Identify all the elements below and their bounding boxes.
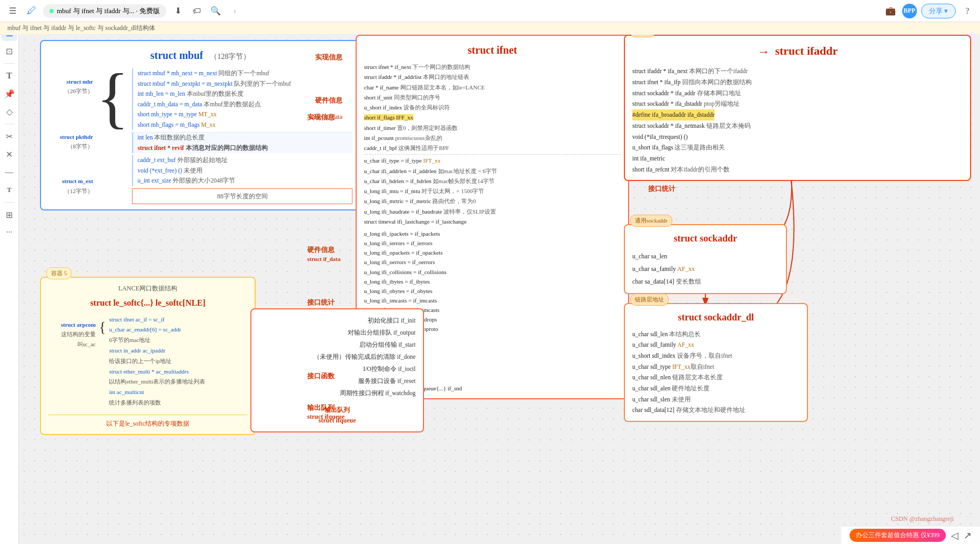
ifnet-f12: u_long ifi_mtu = if_mtu 对于以太网，= 1500字节: [364, 186, 621, 196]
sdl-f0: u_char sdl_len 本结构总长: [632, 329, 800, 340]
sidebar-item-line[interactable]: —: [2, 164, 17, 180]
sidebar-item-grid[interactable]: ⊞: [2, 207, 17, 223]
ifaddr-title-area: → struct ifaddr: [632, 41, 963, 63]
sockaddr-dl-title: struct sockaddr_dl: [632, 309, 800, 326]
mbuf-subtitle: （128字节）: [210, 53, 250, 61]
mbuf-struct-labels: struct mhr （20字节） struct pkthdr （8字节） st…: [48, 68, 93, 204]
nav-back-icon[interactable]: ◁: [951, 530, 958, 541]
mext-label-area: struct m_ext （12字节）: [48, 176, 93, 196]
topbar-left: ☰ 🖊 mbuf 与 ifnet 与 ifaddr 与... · 免费版 ⬇ 🏷…: [5, 4, 242, 18]
ifnet-f0: struct ifnet * if_next 下一个网口的数据结构: [364, 62, 621, 72]
lesoftc-f4: int ac_multicnt统计多播列表的项数: [109, 387, 247, 408]
document-tab[interactable]: mbuf 与 ifnet 与 ifaddr 与... · 免费版: [43, 4, 166, 18]
ifaddr-box: 容器 2 → struct ifaddr struct ifaddr * ifa…: [624, 35, 971, 181]
ifnet-s4: u_long ifi_collisions = if_collisions: [364, 267, 621, 277]
tag-jiekou-tong: 接口统计: [648, 183, 675, 195]
mbuf-content: struct mhr （20字节） struct pkthdr （8字节） st…: [48, 68, 352, 204]
avatar[interactable]: BPP: [902, 4, 917, 18]
lesoftc-f3: struct ether_multi * ac_multiaddrs以结构eth…: [109, 367, 247, 388]
promo-button[interactable]: 办公三件套超值合特惠 仅¥399: [850, 529, 946, 542]
ifaddr-f8: int ifa_metric: [632, 153, 963, 164]
ifnet-f10: u_char ifi_addrlen = if_addrlen 如mac地址长度…: [364, 166, 621, 176]
ifnet-s6: u_long ifi_obytes = if_obytes: [364, 286, 621, 296]
sdl-f6: u_char sdl_slen 未使用: [632, 394, 800, 405]
ifnet-f6: short if_timer 置0，则禁用定时器函数: [364, 123, 621, 133]
ifnet-f4: u_short if_index 设备的全局标识符: [364, 103, 621, 113]
sidebar-item-x[interactable]: ✕: [2, 146, 17, 162]
mext-field-1: void (*ext_free) () 未使用: [137, 166, 352, 176]
mext-label: struct m_ext: [48, 176, 93, 186]
ifaddr-f7: u_short ifa_flags 这三项是路由相关: [632, 142, 963, 153]
ifnet-f7: int if_pcount promiscuous杂乱的: [364, 133, 621, 143]
label-jiekou-tong: 接口统计: [307, 298, 335, 307]
lesoftc-box: 容器 5 LANCE网口数据结构 struct le_softc{...} le…: [40, 277, 256, 435]
sdl-f4: u_char sdl_nlen 链路层文本名长度: [632, 372, 800, 383]
sidebar-item-notes[interactable]: 📌: [2, 86, 17, 102]
sockaddr-box: 通用sockaddr struct sockaddr u_char sa_len…: [624, 224, 787, 294]
topbar: ☰ 🖊 mbuf 与 ifnet 与 ifaddr 与... · 免费版 ⬇ 🏷…: [0, 0, 980, 22]
ifaddr-container-tag: 容器 2: [630, 35, 655, 38]
sidebar-item-more[interactable]: ···: [2, 225, 17, 240]
iq-f0: 初始化接口 if_init: [259, 315, 416, 327]
ifnet-f8: caddr_t if_bpf 这俩属性适用于BPF: [364, 143, 621, 153]
breadcrumb: mbuf 与 ifnet 与 ifaddr 与 le_softc 与 socka…: [0, 22, 980, 35]
ifnet-f11: u_char ifi_hdrlen = if_hdrlen 如mac帧头部长度1…: [364, 176, 621, 186]
ifnet-s3: u_long ifi_oerrors = if_oerrors: [364, 257, 621, 267]
sidebar-item-textbox[interactable]: T: [2, 182, 17, 198]
sockaddr-container-tag: 通用sockaddr: [630, 215, 672, 228]
sdl-f3: u_char sdl_type IFT_xx取自ifnet: [632, 361, 800, 372]
pkthdr-field-0: int len 本组数据的总长度: [137, 133, 352, 143]
nav-forward-icon[interactable]: ↗: [964, 530, 972, 541]
ifaddr-f2: struct sockaddr * ifa_addr 存储本网口地址: [632, 88, 963, 99]
sidebar: ☰ ⊡ T 📌 ◇ ✂ ✕ — T ⊞ ···: [0, 22, 19, 544]
bookmark-icon[interactable]: 🏷: [189, 4, 204, 18]
sdl-f5: u_char sdl_alen 硬件地址长度: [632, 383, 800, 394]
mext-field-2: u_int ext_size 外部簇的大小2048字节: [137, 176, 352, 186]
ifqueue-funcs: 初始化接口 if_init 对输出分组排队 if_output 启动分组传输 i…: [259, 315, 416, 399]
ifnet-right-tags: 接口统计: [648, 183, 675, 195]
sidebar-item-shapes[interactable]: ◇: [2, 104, 17, 119]
label-shixian: 实现信息: [307, 113, 335, 122]
sockaddr-dl-container-tag: 链路层地址: [630, 294, 669, 307]
iq-f1: 对输出分组排队 if_output: [259, 327, 416, 339]
ifaddr-f1: struct ifnet * ifa_ifp 回指向本网口的数据结构: [632, 77, 963, 88]
sidebar-item-scissors[interactable]: ✂: [2, 128, 17, 144]
ifnet-f2: char * if_name 网口链路层文本名，如le=LANCE: [364, 83, 621, 93]
pkthdr-field-1: struct ifnet * revif 本消息对应的网口的数据结构: [137, 143, 352, 154]
pkthdr-sub: （8字节）: [48, 142, 93, 152]
ifnet-s1: u_long ifi_ierrors = if_ierrors: [364, 238, 621, 248]
pkthdr-fields: int len 本组数据的总长度 struct ifnet * revif 本消…: [132, 132, 352, 153]
iq-f3: （未使用）传输完成后的清除 if_done: [259, 351, 416, 363]
ifnet-f5: short if_flags IFF_xx: [364, 113, 621, 123]
download-icon[interactable]: ⬇: [170, 4, 185, 18]
sidebar-divider-1: [4, 63, 15, 64]
lesoftc-f2: struct in_addr ac_ipaddr给该接口的上一个ip地址: [109, 346, 247, 367]
share-button[interactable]: 分享 ▾: [921, 4, 956, 18]
ifnet-f15: struct timeval ifi_lastchange = if_lastc…: [364, 217, 621, 227]
arrow-icon[interactable]: ›: [227, 4, 242, 18]
sockaddr-tag-label: 通用sockaddr: [630, 215, 672, 227]
ifnet-f9: u_char ifi_type = if_type IFT_xx: [364, 156, 621, 166]
ifaddr-f0: struct ifaddr * ifa_next 本网口的下一个ifaddr: [632, 66, 963, 77]
search-icon[interactable]: 🔍: [208, 4, 223, 18]
ifaddr-tag-label: 容器 2: [630, 35, 655, 37]
label-shuchu-dl: 输出队列struct ifqueue: [307, 403, 345, 421]
iq-f6: 周期性接口例程 if_watchdog: [259, 387, 416, 399]
sidebar-item-text[interactable]: T: [2, 68, 17, 84]
sidebar-item-pages[interactable]: ⊡: [2, 43, 17, 59]
tab-label: mbuf 与 ifnet 与 ifaddr 与... · 免费版: [57, 6, 160, 16]
lesoftc-brace: {: [99, 315, 106, 408]
briefcase-icon[interactable]: 💼: [883, 4, 898, 18]
ifaddr-f5: struct sockaddr * ifa_netmask 链路层文本掩码: [632, 120, 963, 132]
arpcom-sub: 这结构的变量: [48, 329, 96, 339]
lesoftc-content: struct arpcom 这结构的变量 叫sc_ac { struct ifn…: [48, 315, 247, 408]
topbar-right: 💼 BPP 分享 ▾ ?: [883, 4, 975, 18]
label-yingjian: 硬件信息struct if_data: [307, 245, 340, 263]
help-icon[interactable]: ?: [960, 4, 975, 18]
ifnet-title-area: struct ifnet: [364, 41, 621, 59]
iq-f2: 启动分组传输 if_start: [259, 339, 416, 351]
sa-f1: u_char sa_family AF_xx: [632, 263, 779, 275]
menu-icon[interactable]: ☰: [5, 4, 20, 18]
ifnet-s0: u_long ifi_ipackets = if_ipackets: [364, 229, 621, 238]
pkthdr-label: struct pkthdr: [48, 132, 93, 142]
